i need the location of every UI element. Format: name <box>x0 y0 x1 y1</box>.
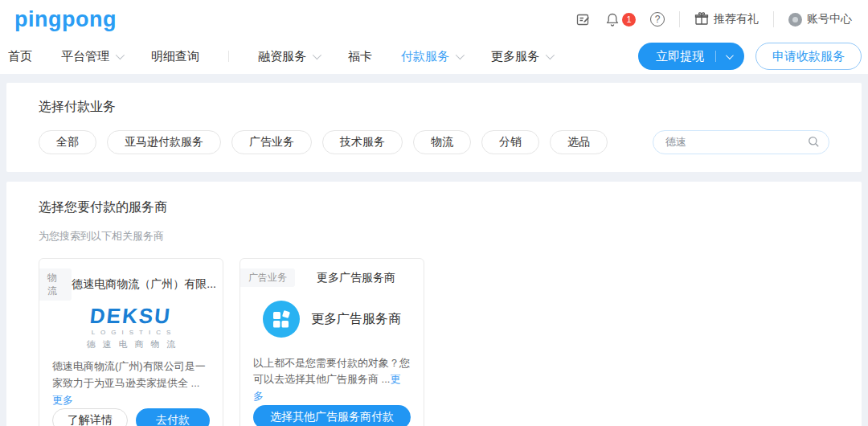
withdraw-now-button[interactable]: 立即提现 <box>638 43 744 70</box>
nav-home[interactable]: 首页 <box>8 49 32 64</box>
withdraw-label: 立即提现 <box>656 49 704 64</box>
chevron-down-icon[interactable] <box>726 51 734 59</box>
filter-pill-logistics[interactable]: 物流 <box>413 130 471 154</box>
chevron-down-icon <box>116 51 125 59</box>
search-icon[interactable] <box>808 136 820 151</box>
go-pay-button[interactable]: 去付款 <box>136 408 210 426</box>
provider-description: 以上都不是您需要付款的对象？您可以去选择其他广告服务商 ...更多 <box>253 355 411 405</box>
provider-description: 德速电商物流(广州)有限公司是一家致力于为亚马逊卖家提供全 ...更多 <box>52 358 210 408</box>
button-divider <box>715 51 716 62</box>
nav-more-services[interactable]: 更多服务 <box>491 49 552 64</box>
nav-payment-services[interactable]: 付款服务 <box>401 49 462 64</box>
grid-apps-icon <box>263 301 300 338</box>
search-input[interactable] <box>653 130 829 154</box>
notification-bell-icon[interactable] <box>605 12 620 27</box>
divider <box>773 11 774 27</box>
provider-title: 德速电商物流（广州）有限... <box>72 277 223 292</box>
nav-detail-query[interactable]: 明细查询 <box>151 49 199 64</box>
provider-title: 更多广告服务商 <box>295 271 424 285</box>
chevron-down-icon <box>546 51 555 59</box>
pingpong-logo: pingpong <box>14 7 117 32</box>
service-provider-panel: 选择您要付款的服务商 为您搜索到以下相关服务商 物流 德速电商物流（广州）有限.… <box>6 182 862 426</box>
more-link[interactable]: 更多 <box>52 394 73 406</box>
search-box <box>653 130 829 154</box>
filter-pill-distribution[interactable]: 分销 <box>481 130 539 154</box>
main-nav: 首页 平台管理 明细查询 融资服务 福卡 付款服务 更多服务 立即提现 申请收款… <box>0 39 868 74</box>
category-tag: 广告业务 <box>240 268 295 287</box>
nav-platform-management[interactable]: 平台管理 <box>61 49 122 64</box>
more-ads-hero: 更多广告服务商 <box>253 292 411 347</box>
description-text: 以上都不是您需要付款的对象？您可以去选择其他广告服务商 ... <box>253 357 410 386</box>
deksu-logo-cn: 德速电商物流 <box>80 338 183 350</box>
nav-fuka[interactable]: 福卡 <box>348 49 372 64</box>
divider <box>679 11 680 27</box>
choose-other-ad-provider-pay-button[interactable]: 选择其他广告服务商付款 <box>253 405 411 426</box>
category-tag: 物流 <box>39 268 72 301</box>
deksu-logo-sub: LOGISTICS <box>86 329 177 336</box>
referral-link[interactable]: 推荐有礼 <box>694 11 759 28</box>
chevron-down-icon <box>313 51 321 59</box>
nav-divider <box>228 51 229 62</box>
chevron-down-icon <box>456 51 465 59</box>
avatar-icon <box>788 13 802 27</box>
filter-pill-technical[interactable]: 技术服务 <box>322 130 403 154</box>
filter-pill-advertising[interactable]: 广告业务 <box>231 130 312 154</box>
apply-collection-service-button[interactable]: 申请收款服务 <box>755 43 862 70</box>
compose-message-icon[interactable] <box>575 12 591 27</box>
filter-pill-amazon-payment[interactable]: 亚马逊付款服务 <box>107 130 221 154</box>
provider-card-more-ads[interactable]: 广告业务 更多广告服务商 更多广告服务商 以上都不是您需要付款的对象？您可以去选… <box>240 258 424 426</box>
filter-pill-product-selection[interactable]: 选品 <box>550 130 608 154</box>
help-icon[interactable]: ? <box>650 12 665 27</box>
description-text: 德速电商物流(广州)有限公司是一家致力于为亚马逊卖家提供全 ... <box>52 360 206 389</box>
account-label: 账号中心 <box>807 12 852 27</box>
results-subtitle: 为您搜索到以下相关服务商 <box>39 229 829 244</box>
filter-pill-row: 全部 亚马逊付款服务 广告业务 技术服务 物流 分销 选品 <box>39 130 829 154</box>
provider-card-row: 物流 德速电商物流（广州）有限... DEKSU LOGISTICS 德速电商物… <box>39 258 829 426</box>
account-center-link[interactable]: 账号中心 <box>788 12 852 27</box>
view-details-button[interactable]: 了解详情 <box>52 408 128 426</box>
filter-section-title: 选择付款业务 <box>39 99 829 116</box>
filter-pill-all[interactable]: 全部 <box>39 130 96 154</box>
notification-badge[interactable]: 1 <box>622 13 636 27</box>
nav-financing-services[interactable]: 融资服务 <box>258 49 319 64</box>
gift-icon <box>694 11 709 28</box>
more-ads-label: 更多广告服务商 <box>311 311 401 328</box>
provider-card-deksu[interactable]: 物流 德速电商物流（广州）有限... DEKSU LOGISTICS 德速电商物… <box>39 258 223 426</box>
deksu-logo-name: DEKSU <box>89 305 173 326</box>
results-section-title: 选择您要付款的服务商 <box>39 199 829 216</box>
deksu-logo: DEKSU LOGISTICS 德速电商物流 <box>52 305 210 350</box>
referral-label: 推荐有礼 <box>714 12 759 27</box>
payment-business-panel: 选择付款业务 全部 亚马逊付款服务 广告业务 技术服务 物流 分销 选品 <box>6 83 862 172</box>
top-bar: pingpong 1 ? <box>0 0 868 39</box>
